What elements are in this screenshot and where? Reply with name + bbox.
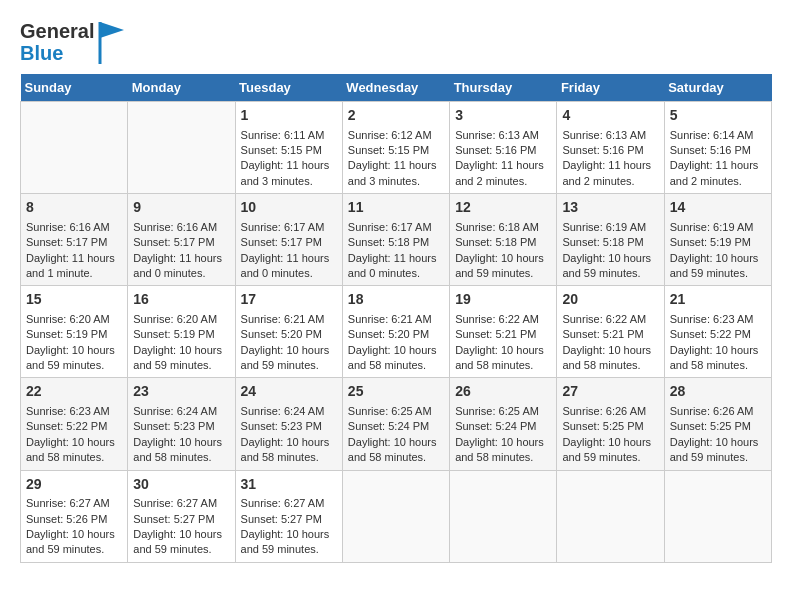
sunrise-text: Sunrise: 6:16 AM bbox=[133, 221, 217, 233]
daylight-text: Daylight: 10 hours and 58 minutes. bbox=[562, 344, 651, 371]
daylight-text: Daylight: 11 hours and 0 minutes. bbox=[241, 252, 330, 279]
daylight-text: Daylight: 10 hours and 59 minutes. bbox=[133, 528, 222, 555]
calendar-day-14: 14Sunrise: 6:19 AMSunset: 5:19 PMDayligh… bbox=[664, 194, 771, 286]
daylight-text: Daylight: 10 hours and 58 minutes. bbox=[455, 436, 544, 463]
sunset-text: Sunset: 5:22 PM bbox=[26, 420, 107, 432]
sunset-text: Sunset: 5:26 PM bbox=[26, 513, 107, 525]
daylight-text: Daylight: 10 hours and 59 minutes. bbox=[241, 344, 330, 371]
weekday-header-wednesday: Wednesday bbox=[342, 74, 449, 102]
daylight-text: Daylight: 10 hours and 59 minutes. bbox=[562, 252, 651, 279]
calendar-day-11: 11Sunrise: 6:17 AMSunset: 5:18 PMDayligh… bbox=[342, 194, 449, 286]
daylight-text: Daylight: 10 hours and 58 minutes. bbox=[348, 436, 437, 463]
day-number: 22 bbox=[26, 382, 122, 402]
day-number: 23 bbox=[133, 382, 229, 402]
sunrise-text: Sunrise: 6:22 AM bbox=[562, 313, 646, 325]
day-number: 21 bbox=[670, 290, 766, 310]
daylight-text: Daylight: 10 hours and 58 minutes. bbox=[133, 436, 222, 463]
calendar-week-0: 1Sunrise: 6:11 AMSunset: 5:15 PMDaylight… bbox=[21, 102, 772, 194]
sunrise-text: Sunrise: 6:17 AM bbox=[348, 221, 432, 233]
weekday-header-thursday: Thursday bbox=[450, 74, 557, 102]
daylight-text: Daylight: 10 hours and 58 minutes. bbox=[26, 436, 115, 463]
sunrise-text: Sunrise: 6:14 AM bbox=[670, 129, 754, 141]
weekday-header-tuesday: Tuesday bbox=[235, 74, 342, 102]
logo-flag-icon bbox=[96, 20, 126, 64]
sunrise-text: Sunrise: 6:21 AM bbox=[348, 313, 432, 325]
day-number: 30 bbox=[133, 475, 229, 495]
sunset-text: Sunset: 5:19 PM bbox=[26, 328, 107, 340]
calendar-day-28: 28Sunrise: 6:26 AMSunset: 5:25 PMDayligh… bbox=[664, 378, 771, 470]
calendar-day-10: 10Sunrise: 6:17 AMSunset: 5:17 PMDayligh… bbox=[235, 194, 342, 286]
day-number: 10 bbox=[241, 198, 337, 218]
logo-blue-text: Blue bbox=[20, 42, 94, 64]
weekday-header-row: SundayMondayTuesdayWednesdayThursdayFrid… bbox=[21, 74, 772, 102]
weekday-header-monday: Monday bbox=[128, 74, 235, 102]
sunset-text: Sunset: 5:25 PM bbox=[562, 420, 643, 432]
sunrise-text: Sunrise: 6:20 AM bbox=[26, 313, 110, 325]
calendar-day-25: 25Sunrise: 6:25 AMSunset: 5:24 PMDayligh… bbox=[342, 378, 449, 470]
day-number: 16 bbox=[133, 290, 229, 310]
sunset-text: Sunset: 5:23 PM bbox=[241, 420, 322, 432]
logo-general-text: General bbox=[20, 20, 94, 42]
sunset-text: Sunset: 5:22 PM bbox=[670, 328, 751, 340]
calendar-day-empty bbox=[21, 102, 128, 194]
daylight-text: Daylight: 10 hours and 59 minutes. bbox=[26, 528, 115, 555]
calendar-day-29: 29Sunrise: 6:27 AMSunset: 5:26 PMDayligh… bbox=[21, 470, 128, 562]
day-number: 13 bbox=[562, 198, 658, 218]
calendar-day-19: 19Sunrise: 6:22 AMSunset: 5:21 PMDayligh… bbox=[450, 286, 557, 378]
day-number: 1 bbox=[241, 106, 337, 126]
sunrise-text: Sunrise: 6:25 AM bbox=[455, 405, 539, 417]
sunrise-text: Sunrise: 6:24 AM bbox=[133, 405, 217, 417]
sunrise-text: Sunrise: 6:24 AM bbox=[241, 405, 325, 417]
calendar-day-18: 18Sunrise: 6:21 AMSunset: 5:20 PMDayligh… bbox=[342, 286, 449, 378]
sunset-text: Sunset: 5:20 PM bbox=[348, 328, 429, 340]
page-header: General Blue bbox=[20, 20, 772, 64]
sunset-text: Sunset: 5:27 PM bbox=[241, 513, 322, 525]
sunset-text: Sunset: 5:15 PM bbox=[348, 144, 429, 156]
sunset-text: Sunset: 5:21 PM bbox=[455, 328, 536, 340]
sunset-text: Sunset: 5:20 PM bbox=[241, 328, 322, 340]
sunset-text: Sunset: 5:19 PM bbox=[133, 328, 214, 340]
calendar-day-empty bbox=[450, 470, 557, 562]
calendar-day-4: 4Sunrise: 6:13 AMSunset: 5:16 PMDaylight… bbox=[557, 102, 664, 194]
calendar-day-20: 20Sunrise: 6:22 AMSunset: 5:21 PMDayligh… bbox=[557, 286, 664, 378]
sunset-text: Sunset: 5:17 PM bbox=[133, 236, 214, 248]
day-number: 12 bbox=[455, 198, 551, 218]
day-number: 29 bbox=[26, 475, 122, 495]
daylight-text: Daylight: 11 hours and 2 minutes. bbox=[455, 159, 544, 186]
logo-container: General Blue bbox=[20, 20, 126, 64]
day-number: 27 bbox=[562, 382, 658, 402]
calendar-day-24: 24Sunrise: 6:24 AMSunset: 5:23 PMDayligh… bbox=[235, 378, 342, 470]
day-number: 25 bbox=[348, 382, 444, 402]
calendar-day-27: 27Sunrise: 6:26 AMSunset: 5:25 PMDayligh… bbox=[557, 378, 664, 470]
calendar-day-empty bbox=[342, 470, 449, 562]
day-number: 14 bbox=[670, 198, 766, 218]
daylight-text: Daylight: 10 hours and 59 minutes. bbox=[670, 252, 759, 279]
sunrise-text: Sunrise: 6:23 AM bbox=[26, 405, 110, 417]
calendar-day-17: 17Sunrise: 6:21 AMSunset: 5:20 PMDayligh… bbox=[235, 286, 342, 378]
weekday-header-saturday: Saturday bbox=[664, 74, 771, 102]
svg-marker-0 bbox=[100, 22, 124, 38]
sunrise-text: Sunrise: 6:12 AM bbox=[348, 129, 432, 141]
day-number: 26 bbox=[455, 382, 551, 402]
calendar-day-1: 1Sunrise: 6:11 AMSunset: 5:15 PMDaylight… bbox=[235, 102, 342, 194]
sunrise-text: Sunrise: 6:19 AM bbox=[562, 221, 646, 233]
day-number: 5 bbox=[670, 106, 766, 126]
calendar-week-1: 8Sunrise: 6:16 AMSunset: 5:17 PMDaylight… bbox=[21, 194, 772, 286]
sunrise-text: Sunrise: 6:20 AM bbox=[133, 313, 217, 325]
sunrise-text: Sunrise: 6:13 AM bbox=[562, 129, 646, 141]
sunrise-text: Sunrise: 6:26 AM bbox=[670, 405, 754, 417]
calendar-day-9: 9Sunrise: 6:16 AMSunset: 5:17 PMDaylight… bbox=[128, 194, 235, 286]
daylight-text: Daylight: 10 hours and 59 minutes. bbox=[241, 528, 330, 555]
day-number: 20 bbox=[562, 290, 658, 310]
calendar-day-12: 12Sunrise: 6:18 AMSunset: 5:18 PMDayligh… bbox=[450, 194, 557, 286]
sunset-text: Sunset: 5:27 PM bbox=[133, 513, 214, 525]
calendar-day-3: 3Sunrise: 6:13 AMSunset: 5:16 PMDaylight… bbox=[450, 102, 557, 194]
calendar-day-empty bbox=[128, 102, 235, 194]
daylight-text: Daylight: 10 hours and 59 minutes. bbox=[26, 344, 115, 371]
calendar-week-4: 29Sunrise: 6:27 AMSunset: 5:26 PMDayligh… bbox=[21, 470, 772, 562]
sunrise-text: Sunrise: 6:11 AM bbox=[241, 129, 325, 141]
daylight-text: Daylight: 11 hours and 2 minutes. bbox=[562, 159, 651, 186]
sunrise-text: Sunrise: 6:26 AM bbox=[562, 405, 646, 417]
sunset-text: Sunset: 5:24 PM bbox=[455, 420, 536, 432]
sunrise-text: Sunrise: 6:19 AM bbox=[670, 221, 754, 233]
